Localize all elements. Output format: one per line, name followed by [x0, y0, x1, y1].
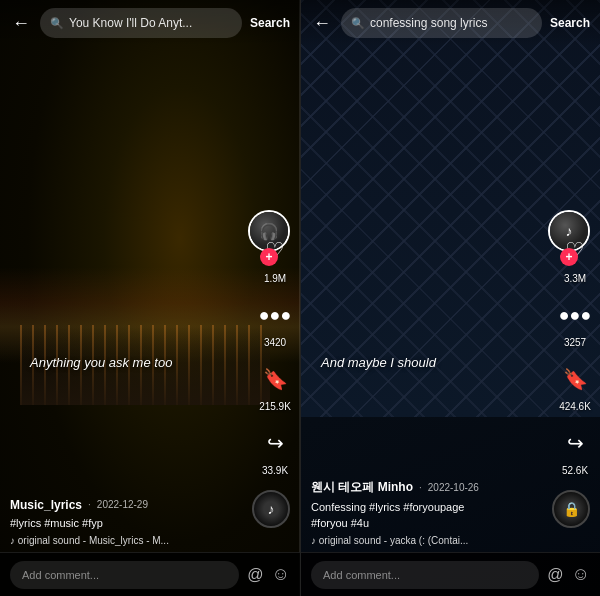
left-dot-sep: · — [88, 499, 91, 510]
left-back-button[interactable]: ← — [8, 9, 34, 38]
right-caption: Confessing #lyrics #foryoupage #foryou #… — [311, 500, 545, 531]
left-actions: ♡ 1.9M ●●● 3420 🔖 215.9K ↪ 33.9K — [256, 232, 294, 476]
right-bottom-info: 웬시 테오페 Minho · 2022-10-26 Confessing #ly… — [311, 479, 545, 546]
right-top-bar: ← 🔍 confessing song lyrics Search — [301, 0, 600, 46]
left-panel: ← 🔍 You Know I'll Do Anyt... Search 🎧 + … — [0, 0, 300, 596]
right-lyric-text: And maybe I should — [321, 355, 436, 370]
left-date: 2022-12-29 — [97, 499, 148, 510]
right-like-count: 3.3M — [564, 273, 586, 284]
left-comment-button[interactable]: ●●● 3420 — [256, 296, 294, 348]
left-comment-placeholder: Add comment... — [22, 569, 99, 581]
left-caption: #lyrics #music #fyp — [10, 516, 245, 531]
left-music-icon: ♪ — [268, 501, 275, 517]
right-comment-placeholder: Add comment... — [323, 569, 400, 581]
right-music-icon: 🔒 — [563, 501, 580, 517]
right-username[interactable]: 웬시 테오페 Minho — [311, 479, 413, 496]
right-music-disc[interactable]: 🔒 — [552, 490, 590, 528]
right-comment-button[interactable]: ●●● 3257 — [556, 296, 594, 348]
left-share-button[interactable]: ↪ 33.9K — [256, 424, 294, 476]
right-search-bar[interactable]: 🔍 confessing song lyrics — [341, 8, 542, 38]
left-user-line: Music_lyrics · 2022-12-29 — [10, 498, 245, 512]
left-bottom-info: Music_lyrics · 2022-12-29 #lyrics #music… — [10, 498, 245, 546]
left-follow-button[interactable]: + — [260, 248, 278, 266]
left-share-count: 33.9K — [262, 465, 288, 476]
left-share-icon: ↪ — [256, 424, 294, 462]
left-top-bar: ← 🔍 You Know I'll Do Anyt... Search — [0, 0, 300, 46]
left-bookmark-count: 215.9K — [259, 401, 291, 412]
left-bookmark-icon: 🔖 — [256, 360, 294, 398]
left-comment-input[interactable]: Add comment... — [10, 561, 239, 589]
right-comment-icon: ●●● — [556, 296, 594, 334]
left-username[interactable]: Music_lyrics — [10, 498, 82, 512]
left-emoji-icon[interactable]: ☺ — [272, 564, 290, 585]
right-share-button[interactable]: ↪ 52.6K — [556, 424, 594, 476]
right-search-query: confessing song lyrics — [370, 16, 532, 30]
right-sound-text: ♪ original sound - yacka (: (Contai... — [311, 535, 468, 546]
right-dot-sep: · — [419, 482, 422, 493]
left-comment-bar: Add comment... @ ☺ — [0, 552, 300, 596]
right-back-button[interactable]: ← — [309, 9, 335, 38]
left-search-icon: 🔍 — [50, 17, 64, 30]
left-music-disc[interactable]: ♪ — [252, 490, 290, 528]
right-comment-bar: Add comment... @ ☺ — [301, 552, 600, 596]
left-sound-text: ♪ original sound - Music_lyrics - M... — [10, 535, 169, 546]
right-panel: ← 🔍 confessing song lyrics Search ♪ + An… — [300, 0, 600, 596]
left-search-bar[interactable]: 🔍 You Know I'll Do Anyt... — [40, 8, 242, 38]
right-plus-icon: + — [565, 250, 572, 264]
right-follow-button[interactable]: + — [560, 248, 578, 266]
left-search-query: You Know I'll Do Anyt... — [69, 16, 232, 30]
right-share-icon: ↪ — [556, 424, 594, 462]
right-user-line: 웬시 테오페 Minho · 2022-10-26 — [311, 479, 545, 496]
right-share-count: 52.6K — [562, 465, 588, 476]
left-like-count: 1.9M — [264, 273, 286, 284]
right-date: 2022-10-26 — [428, 482, 479, 493]
left-sound-line[interactable]: ♪ original sound - Music_lyrics - M... — [10, 535, 245, 546]
left-search-button[interactable]: Search — [248, 16, 292, 30]
right-bookmark-icon: 🔖 — [556, 360, 594, 398]
right-bookmark-button[interactable]: 🔖 424.6K — [556, 360, 594, 412]
left-comment-icon: ●●● — [256, 296, 294, 334]
right-at-icon[interactable]: @ — [547, 566, 563, 584]
left-comment-count: 3420 — [264, 337, 286, 348]
left-at-icon[interactable]: @ — [247, 566, 263, 584]
right-search-button[interactable]: Search — [548, 16, 592, 30]
left-lyric-text: Anything you ask me too — [30, 355, 172, 370]
left-plus-icon: + — [265, 250, 272, 264]
right-emoji-icon[interactable]: ☺ — [572, 564, 590, 585]
right-bookmark-count: 424.6K — [559, 401, 591, 412]
right-sound-line[interactable]: ♪ original sound - yacka (: (Contai... — [311, 535, 545, 546]
left-bookmark-button[interactable]: 🔖 215.9K — [256, 360, 294, 412]
right-actions: ♡ 3.3M ●●● 3257 🔖 424.6K ↪ 52.6K — [556, 232, 594, 476]
right-comment-input[interactable]: Add comment... — [311, 561, 539, 589]
right-search-icon: 🔍 — [351, 17, 365, 30]
right-comment-count: 3257 — [564, 337, 586, 348]
